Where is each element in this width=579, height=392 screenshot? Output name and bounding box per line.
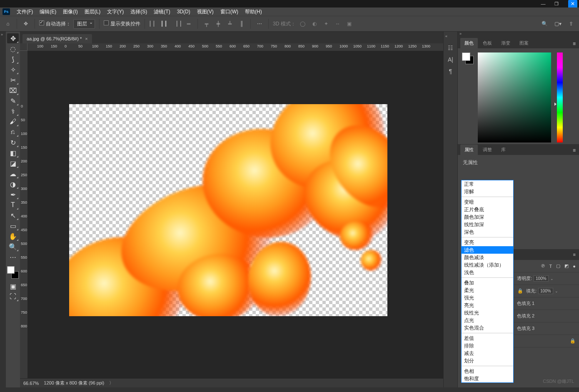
panel-collapse-icon[interactable]: » [458, 32, 579, 37]
type-tool[interactable]: T [7, 200, 19, 210]
marquee-tool[interactable]: ◌ [7, 44, 19, 54]
blend-mode-option[interactable]: 减去 [462, 350, 513, 357]
align-vcenter-icon[interactable]: ╪ [214, 19, 223, 28]
filter-smart-icon[interactable]: ◩ [564, 263, 569, 269]
ruler-vertical[interactable]: 0501001502002503003504004505005506006507… [20, 51, 27, 378]
window-close[interactable]: ✕ [568, 0, 577, 7]
ruler-horizontal[interactable]: 5010015005010015020025030035040045050055… [27, 43, 443, 51]
filter-toggle-icon[interactable]: ● [573, 264, 576, 269]
status-dims[interactable]: 1200 像素 x 800 像素 (96 ppi) [44, 380, 104, 386]
zoom-tool[interactable]: 🔍 [7, 242, 19, 252]
menu-3d[interactable]: 3D(D) [174, 8, 194, 15]
blend-mode-option[interactable]: 划分 [462, 357, 513, 365]
opacity-value[interactable]: 100% [534, 275, 549, 282]
close-tab-icon[interactable]: × [85, 36, 87, 41]
blend-mode-option[interactable]: 深色 [462, 228, 513, 236]
menu-window[interactable]: 窗口(W) [217, 7, 242, 16]
move-tool[interactable]: ✥ [7, 33, 19, 43]
color-field[interactable] [478, 52, 551, 142]
panel-menu-icon[interactable]: ≡ [573, 147, 576, 155]
layer-row[interactable]: 色填充 3 [514, 322, 579, 335]
menu-edit[interactable]: 编辑(E) [36, 7, 60, 16]
move-tool-icon[interactable]: ✥ [21, 19, 30, 28]
ruler-origin[interactable] [20, 43, 27, 51]
distribute-icon[interactable]: ║ [237, 19, 246, 28]
workspace-switch-icon[interactable]: ▢▾ [553, 19, 562, 28]
blend-mode-option[interactable]: 变暗 [462, 198, 513, 206]
blend-mode-option[interactable]: 颜色减淡 [462, 254, 513, 261]
blend-mode-option[interactable]: 滤色 [462, 246, 513, 254]
foreground-color[interactable] [7, 266, 15, 274]
status-zoom[interactable]: 66.67% [23, 381, 39, 386]
magic-wand-tool[interactable]: ✧ [7, 65, 19, 75]
blend-mode-option[interactable]: 排除 [462, 342, 513, 350]
align-left-icon[interactable]: ▏▏ [149, 19, 158, 28]
share-icon[interactable]: ⇪ [567, 19, 576, 28]
home-icon[interactable]: ⌂ [3, 19, 12, 28]
blend-mode-option[interactable]: 柔光 [462, 287, 513, 294]
filter-text-icon[interactable]: T [549, 264, 552, 269]
fill-value[interactable]: 100% [538, 288, 553, 294]
expand-toolbar-icon[interactable]: » [1, 32, 3, 37]
clone-stamp-tool[interactable]: ⎌ [7, 127, 19, 137]
frame-tool[interactable]: ⌧ [7, 85, 19, 95]
lasso-tool[interactable]: ⟆ [7, 54, 19, 64]
paragraph-panel-icon[interactable]: ¶ [447, 67, 455, 75]
auto-select-checkbox[interactable]: 自动选择： [39, 20, 71, 27]
blend-mode-option[interactable]: 线性加深 [462, 221, 513, 228]
blend-mode-option[interactable]: 正常 [462, 180, 513, 188]
blend-mode-option[interactable]: 正片叠底 [462, 206, 513, 213]
align-top-icon[interactable]: ╤ [202, 19, 211, 28]
blend-mode-option[interactable]: 点光 [462, 317, 513, 324]
brush-tool[interactable]: 🖌 [7, 117, 19, 127]
blur-tool[interactable]: ☁ [7, 169, 19, 179]
panel-foreground-color[interactable] [462, 52, 470, 61]
blend-mode-option[interactable]: 线性光 [462, 309, 513, 317]
blend-mode-option[interactable]: 颜色加深 [462, 213, 513, 221]
blend-mode-option[interactable]: 色相 [462, 367, 513, 375]
blend-mode-option[interactable]: 实色混合 [462, 324, 513, 332]
history-brush-tool[interactable]: ↻ [7, 137, 19, 147]
canvas-area[interactable] [27, 51, 443, 378]
panel-menu-icon[interactable]: ≡ [573, 41, 576, 48]
menu-help[interactable]: 帮助(H) [242, 7, 265, 16]
menu-filter[interactable]: 滤镜(T) [150, 7, 173, 16]
blend-mode-option[interactable]: 浅色 [462, 269, 513, 276]
edit-toolbar[interactable]: ⋯ [7, 252, 19, 262]
auto-select-target[interactable]: 图层 [73, 19, 95, 29]
path-select-tool[interactable]: ↖ [7, 210, 19, 220]
tab-gradient[interactable]: 渐变 [497, 38, 514, 48]
filter-type-icon[interactable]: ℗ [541, 263, 545, 269]
tab-color[interactable]: 颜色 [460, 38, 478, 48]
menu-select[interactable]: 选择(S) [127, 7, 150, 16]
panel-menu-icon[interactable]: ≡ [573, 252, 576, 257]
menu-file[interactable]: 文件(F) [13, 7, 36, 16]
blend-mode-option[interactable]: 线性减淡（添加） [462, 261, 513, 269]
tab-adjustments[interactable]: 调整 [479, 145, 496, 155]
layer-row[interactable]: 色填充 1 [514, 297, 579, 310]
hue-indicator[interactable] [554, 102, 557, 106]
more-options-icon[interactable]: ⋯ [255, 19, 264, 28]
window-maximize[interactable]: ❐ [552, 1, 561, 7]
eraser-tool[interactable]: ◧ [7, 148, 19, 158]
history-panel-icon[interactable]: ☷ [447, 44, 455, 52]
show-transform-checkbox[interactable]: 显示变换控件 [104, 20, 140, 27]
blend-mode-option[interactable]: 叠加 [462, 279, 513, 287]
document-tab[interactable]: aa.jpg @ 66.7%(RGB/8#) * × [22, 34, 92, 43]
search-icon[interactable]: 🔍 [540, 19, 549, 28]
blend-mode-dropdown[interactable]: 正常溶解变暗正片叠底颜色加深线性加深深色变亮滤色颜色减淡线性减淡（添加）浅色叠加… [461, 180, 514, 383]
shape-tool[interactable]: ▭ [7, 221, 19, 231]
screen-mode-tool[interactable]: ⛶ [7, 292, 19, 302]
quick-mask-tool[interactable]: ▣ [7, 281, 19, 291]
layer-row[interactable]: 色填充 2 [514, 310, 579, 322]
blend-mode-option[interactable]: 亮光 [462, 302, 513, 309]
healing-brush-tool[interactable]: ⚕ [7, 106, 19, 116]
menu-layer[interactable]: 图层(L) [81, 7, 104, 16]
hand-tool[interactable]: ✋ [7, 231, 19, 241]
blend-mode-option[interactable]: 变亮 [462, 239, 513, 246]
crop-tool[interactable]: ✂ [7, 75, 19, 85]
align-hcenter-icon[interactable]: ▎▎ [161, 19, 170, 28]
swatch-swap[interactable] [7, 264, 19, 281]
lock-all-icon[interactable]: 🔒 [517, 288, 524, 294]
tab-libraries[interactable]: 库 [497, 145, 510, 155]
